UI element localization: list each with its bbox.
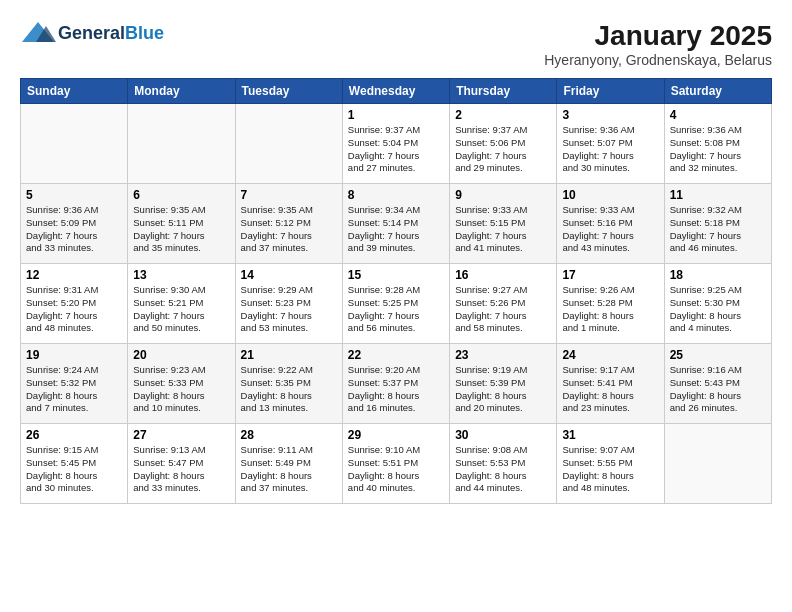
calendar-header-friday: Friday — [557, 79, 664, 104]
calendar-cell: 8Sunrise: 9:34 AM Sunset: 5:14 PM Daylig… — [342, 184, 449, 264]
day-content: Sunrise: 9:07 AM Sunset: 5:55 PM Dayligh… — [562, 444, 658, 495]
calendar-cell: 4Sunrise: 9:36 AM Sunset: 5:08 PM Daylig… — [664, 104, 771, 184]
day-content: Sunrise: 9:29 AM Sunset: 5:23 PM Dayligh… — [241, 284, 337, 335]
calendar-cell: 10Sunrise: 9:33 AM Sunset: 5:16 PM Dayli… — [557, 184, 664, 264]
calendar-header-row: SundayMondayTuesdayWednesdayThursdayFrid… — [21, 79, 772, 104]
calendar-location: Hyeranyony, Grodnenskaya, Belarus — [544, 52, 772, 68]
day-content: Sunrise: 9:22 AM Sunset: 5:35 PM Dayligh… — [241, 364, 337, 415]
calendar-cell: 17Sunrise: 9:26 AM Sunset: 5:28 PM Dayli… — [557, 264, 664, 344]
calendar-header-thursday: Thursday — [450, 79, 557, 104]
calendar-cell: 22Sunrise: 9:20 AM Sunset: 5:37 PM Dayli… — [342, 344, 449, 424]
calendar-cell: 13Sunrise: 9:30 AM Sunset: 5:21 PM Dayli… — [128, 264, 235, 344]
day-number: 19 — [26, 348, 122, 362]
calendar-cell: 21Sunrise: 9:22 AM Sunset: 5:35 PM Dayli… — [235, 344, 342, 424]
day-number: 25 — [670, 348, 766, 362]
day-content: Sunrise: 9:36 AM Sunset: 5:08 PM Dayligh… — [670, 124, 766, 175]
logo: GeneralBlue — [20, 20, 164, 46]
calendar-header-monday: Monday — [128, 79, 235, 104]
day-number: 17 — [562, 268, 658, 282]
day-number: 7 — [241, 188, 337, 202]
day-content: Sunrise: 9:08 AM Sunset: 5:53 PM Dayligh… — [455, 444, 551, 495]
day-number: 10 — [562, 188, 658, 202]
day-number: 20 — [133, 348, 229, 362]
day-number: 4 — [670, 108, 766, 122]
calendar-cell: 1Sunrise: 9:37 AM Sunset: 5:04 PM Daylig… — [342, 104, 449, 184]
logo-icon — [20, 20, 56, 46]
day-number: 16 — [455, 268, 551, 282]
calendar-cell: 15Sunrise: 9:28 AM Sunset: 5:25 PM Dayli… — [342, 264, 449, 344]
calendar-cell: 29Sunrise: 9:10 AM Sunset: 5:51 PM Dayli… — [342, 424, 449, 504]
day-number: 9 — [455, 188, 551, 202]
calendar-cell: 2Sunrise: 9:37 AM Sunset: 5:06 PM Daylig… — [450, 104, 557, 184]
day-content: Sunrise: 9:37 AM Sunset: 5:06 PM Dayligh… — [455, 124, 551, 175]
day-content: Sunrise: 9:27 AM Sunset: 5:26 PM Dayligh… — [455, 284, 551, 335]
day-content: Sunrise: 9:35 AM Sunset: 5:12 PM Dayligh… — [241, 204, 337, 255]
calendar-header-saturday: Saturday — [664, 79, 771, 104]
day-number: 28 — [241, 428, 337, 442]
day-number: 6 — [133, 188, 229, 202]
day-number: 15 — [348, 268, 444, 282]
day-number: 18 — [670, 268, 766, 282]
calendar-cell: 14Sunrise: 9:29 AM Sunset: 5:23 PM Dayli… — [235, 264, 342, 344]
day-content: Sunrise: 9:36 AM Sunset: 5:09 PM Dayligh… — [26, 204, 122, 255]
calendar-cell — [21, 104, 128, 184]
day-content: Sunrise: 9:10 AM Sunset: 5:51 PM Dayligh… — [348, 444, 444, 495]
day-content: Sunrise: 9:23 AM Sunset: 5:33 PM Dayligh… — [133, 364, 229, 415]
day-content: Sunrise: 9:13 AM Sunset: 5:47 PM Dayligh… — [133, 444, 229, 495]
day-number: 27 — [133, 428, 229, 442]
calendar-week-1: 1Sunrise: 9:37 AM Sunset: 5:04 PM Daylig… — [21, 104, 772, 184]
calendar-cell: 23Sunrise: 9:19 AM Sunset: 5:39 PM Dayli… — [450, 344, 557, 424]
calendar-cell: 16Sunrise: 9:27 AM Sunset: 5:26 PM Dayli… — [450, 264, 557, 344]
calendar-table: SundayMondayTuesdayWednesdayThursdayFrid… — [20, 78, 772, 504]
calendar-cell: 12Sunrise: 9:31 AM Sunset: 5:20 PM Dayli… — [21, 264, 128, 344]
day-number: 29 — [348, 428, 444, 442]
day-content: Sunrise: 9:11 AM Sunset: 5:49 PM Dayligh… — [241, 444, 337, 495]
logo-general: General — [58, 23, 125, 43]
calendar-title: January 2025 — [544, 20, 772, 52]
day-number: 31 — [562, 428, 658, 442]
day-content: Sunrise: 9:34 AM Sunset: 5:14 PM Dayligh… — [348, 204, 444, 255]
calendar-cell — [128, 104, 235, 184]
day-content: Sunrise: 9:28 AM Sunset: 5:25 PM Dayligh… — [348, 284, 444, 335]
day-number: 11 — [670, 188, 766, 202]
day-number: 30 — [455, 428, 551, 442]
calendar-week-5: 26Sunrise: 9:15 AM Sunset: 5:45 PM Dayli… — [21, 424, 772, 504]
calendar-cell: 7Sunrise: 9:35 AM Sunset: 5:12 PM Daylig… — [235, 184, 342, 264]
day-number: 23 — [455, 348, 551, 362]
day-number: 22 — [348, 348, 444, 362]
calendar-cell: 25Sunrise: 9:16 AM Sunset: 5:43 PM Dayli… — [664, 344, 771, 424]
day-content: Sunrise: 9:25 AM Sunset: 5:30 PM Dayligh… — [670, 284, 766, 335]
calendar-cell: 24Sunrise: 9:17 AM Sunset: 5:41 PM Dayli… — [557, 344, 664, 424]
day-content: Sunrise: 9:26 AM Sunset: 5:28 PM Dayligh… — [562, 284, 658, 335]
calendar-header-sunday: Sunday — [21, 79, 128, 104]
day-number: 1 — [348, 108, 444, 122]
title-area: January 2025 Hyeranyony, Grodnenskaya, B… — [544, 20, 772, 68]
day-content: Sunrise: 9:15 AM Sunset: 5:45 PM Dayligh… — [26, 444, 122, 495]
day-content: Sunrise: 9:33 AM Sunset: 5:15 PM Dayligh… — [455, 204, 551, 255]
day-content: Sunrise: 9:16 AM Sunset: 5:43 PM Dayligh… — [670, 364, 766, 415]
calendar-cell: 30Sunrise: 9:08 AM Sunset: 5:53 PM Dayli… — [450, 424, 557, 504]
day-number: 8 — [348, 188, 444, 202]
calendar-cell: 11Sunrise: 9:32 AM Sunset: 5:18 PM Dayli… — [664, 184, 771, 264]
calendar-cell: 3Sunrise: 9:36 AM Sunset: 5:07 PM Daylig… — [557, 104, 664, 184]
day-number: 14 — [241, 268, 337, 282]
day-content: Sunrise: 9:30 AM Sunset: 5:21 PM Dayligh… — [133, 284, 229, 335]
day-number: 5 — [26, 188, 122, 202]
day-number: 12 — [26, 268, 122, 282]
day-content: Sunrise: 9:17 AM Sunset: 5:41 PM Dayligh… — [562, 364, 658, 415]
day-content: Sunrise: 9:37 AM Sunset: 5:04 PM Dayligh… — [348, 124, 444, 175]
calendar-cell — [235, 104, 342, 184]
calendar-cell: 18Sunrise: 9:25 AM Sunset: 5:30 PM Dayli… — [664, 264, 771, 344]
calendar-cell: 9Sunrise: 9:33 AM Sunset: 5:15 PM Daylig… — [450, 184, 557, 264]
page-header: GeneralBlue January 2025 Hyeranyony, Gro… — [20, 20, 772, 68]
day-content: Sunrise: 9:32 AM Sunset: 5:18 PM Dayligh… — [670, 204, 766, 255]
day-content: Sunrise: 9:31 AM Sunset: 5:20 PM Dayligh… — [26, 284, 122, 335]
calendar-week-4: 19Sunrise: 9:24 AM Sunset: 5:32 PM Dayli… — [21, 344, 772, 424]
day-content: Sunrise: 9:33 AM Sunset: 5:16 PM Dayligh… — [562, 204, 658, 255]
day-number: 3 — [562, 108, 658, 122]
calendar-week-3: 12Sunrise: 9:31 AM Sunset: 5:20 PM Dayli… — [21, 264, 772, 344]
day-number: 21 — [241, 348, 337, 362]
day-number: 24 — [562, 348, 658, 362]
calendar-header-wednesday: Wednesday — [342, 79, 449, 104]
calendar-cell: 28Sunrise: 9:11 AM Sunset: 5:49 PM Dayli… — [235, 424, 342, 504]
